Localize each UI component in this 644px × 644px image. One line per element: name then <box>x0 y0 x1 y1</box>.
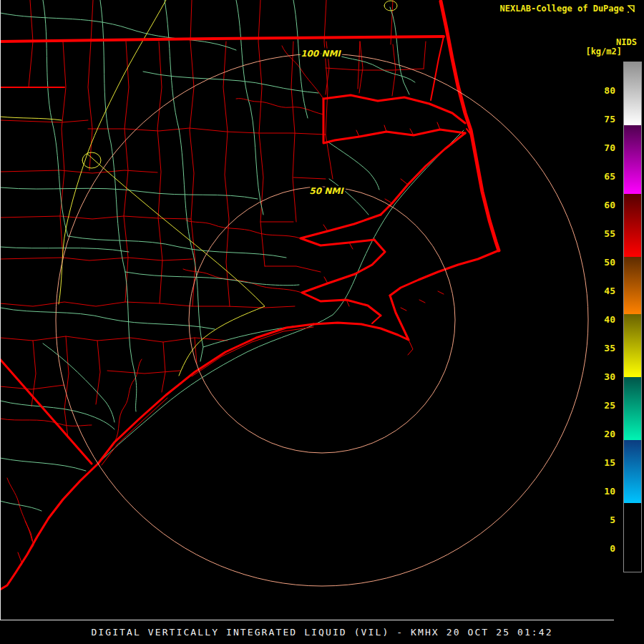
colorbar-tick-label: 0 <box>587 543 615 555</box>
roads-green <box>236 0 263 215</box>
county-lines <box>265 266 321 272</box>
county-lines <box>223 42 230 306</box>
colorbar-tick-label: 25 <box>587 400 615 411</box>
colorbar-segment <box>624 314 641 377</box>
county-lines <box>0 302 295 308</box>
roads-green <box>43 343 114 422</box>
roads-green <box>98 130 464 464</box>
coastline-layer <box>0 1 499 590</box>
roads-green <box>125 272 299 286</box>
county-lines <box>162 342 165 392</box>
coast-detail <box>356 130 359 137</box>
colorbar-tick-label: 35 <box>587 343 615 354</box>
rivers <box>186 220 301 238</box>
colorbar-segment <box>624 503 641 572</box>
roads-green <box>0 308 215 329</box>
cod-logo-icon <box>627 4 635 14</box>
credit-label: NEXLAB-College of DuPage <box>500 4 624 14</box>
county-lines <box>0 258 192 260</box>
rivers-layer <box>0 46 323 541</box>
roads-green <box>0 13 236 50</box>
colorbar-tick-label: 40 <box>587 314 615 326</box>
rivers <box>0 419 92 426</box>
radar-display-frame: 50 NMI100 NMI NEXLAB-College of DuPage N… <box>0 0 644 644</box>
coast-detail <box>408 340 413 355</box>
coast-detail <box>401 308 406 311</box>
range-ring-label: 50 NMI <box>309 186 344 196</box>
county-lines <box>64 336 69 438</box>
roads-green <box>0 458 86 471</box>
county-lines <box>29 0 33 87</box>
coast-detail <box>401 179 408 185</box>
colorbar-tick-label: 75 <box>587 114 615 125</box>
county-lines <box>293 177 326 179</box>
colorbar-tick-label: 20 <box>587 429 615 440</box>
coastline <box>323 95 465 123</box>
range-ring-50nmi <box>189 187 455 453</box>
county-lines <box>124 42 129 302</box>
colorbar-tick-label: 60 <box>587 200 615 211</box>
coast-detail <box>437 122 440 130</box>
county-lines <box>424 42 426 69</box>
colorbar-segment <box>624 440 641 503</box>
coast-detail <box>419 300 425 303</box>
colorbar-tick-label: 55 <box>587 228 615 240</box>
coast-detail <box>438 291 444 294</box>
coast-detail <box>384 125 386 132</box>
roads-green <box>68 236 286 258</box>
colorbar-units: [kg/m2] <box>585 47 622 57</box>
colorbar-segment <box>624 194 641 257</box>
colorbar-tick-label: 45 <box>587 286 615 297</box>
roads-green <box>329 179 369 215</box>
roads-green <box>293 0 308 118</box>
coast-detail <box>324 277 328 283</box>
frame-bottom-border <box>0 620 614 620</box>
radar-map: 50 NMI100 NMI <box>0 0 644 644</box>
coastline <box>301 215 381 245</box>
county-lines <box>324 0 328 135</box>
roads-green <box>390 7 409 94</box>
colorbar-tick-label: 65 <box>587 171 615 182</box>
colorbar-tick-label: 80 <box>587 85 615 97</box>
coastline <box>0 324 313 590</box>
county-lines <box>291 42 296 222</box>
coastline <box>302 274 381 316</box>
state-borders <box>0 36 444 42</box>
rivers <box>7 478 32 541</box>
range-ring-label: 100 NMI <box>301 49 341 59</box>
roads-yellow <box>0 117 62 120</box>
roads-green <box>0 187 258 199</box>
roads-green <box>125 272 137 411</box>
roads-green-layer <box>0 0 464 511</box>
frame-left-border <box>0 0 1 620</box>
colorbar-segment <box>624 257 641 314</box>
coast-detail <box>349 243 353 249</box>
coast-detail <box>102 398 167 465</box>
county-lines <box>157 42 162 303</box>
product-caption: DIGITAL VERTICALLY INTEGRATED LIQUID (VI… <box>91 627 552 638</box>
colorbar-title: NIDS <box>616 37 637 47</box>
county-lines <box>88 128 326 135</box>
county-lines <box>0 120 88 122</box>
colorbar-tick-label: 50 <box>587 257 615 268</box>
colorbar-tick-label: 5 <box>587 514 615 526</box>
colorbar <box>623 62 642 572</box>
colorbar-tick-label: 10 <box>587 486 615 497</box>
colorbar-segment <box>624 62 641 125</box>
coastline <box>390 250 499 296</box>
coastline <box>381 133 465 215</box>
range-rings-layer: 50 NMI100 NMI <box>56 49 588 586</box>
coast-detail <box>385 199 392 203</box>
coastline <box>323 99 465 143</box>
roads-green <box>43 0 68 236</box>
roads-green <box>0 247 129 252</box>
coastline <box>441 1 499 250</box>
roads-green <box>328 142 379 190</box>
roads-yellow <box>87 154 265 376</box>
county-lines <box>358 42 360 89</box>
credit-text: NEXLAB-College of DuPage <box>500 4 635 14</box>
county-lines <box>0 336 228 342</box>
county-lines <box>107 371 180 374</box>
coast-detail <box>192 327 313 376</box>
colorbar-segment <box>624 125 641 194</box>
